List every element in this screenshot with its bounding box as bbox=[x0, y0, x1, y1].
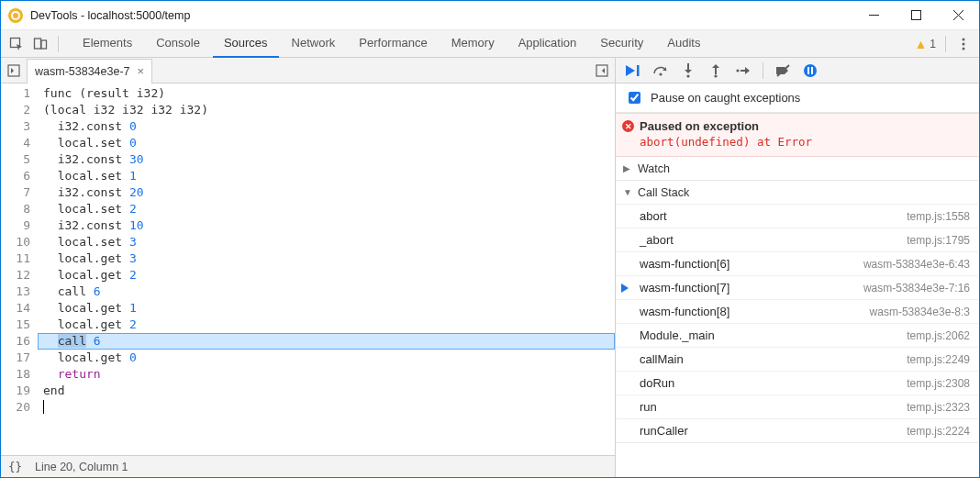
line-number[interactable]: 11 bbox=[1, 250, 30, 267]
panel-tab-memory[interactable]: Memory bbox=[440, 30, 506, 58]
code-line[interactable]: i32.const 0 bbox=[38, 118, 615, 135]
window-minimize-button[interactable] bbox=[852, 1, 895, 30]
line-number[interactable]: 18 bbox=[1, 366, 30, 383]
warning-count: 1 bbox=[930, 38, 936, 50]
callstack-frame[interactable]: doRuntemp.js:2308 bbox=[616, 371, 979, 395]
panel-tab-performance[interactable]: Performance bbox=[348, 30, 438, 58]
callstack-frame[interactable]: wasm-function[8]wasm-53834e3e-8:3 bbox=[616, 299, 979, 323]
cursor-position: Line 20, Column 1 bbox=[35, 461, 128, 473]
deactivate-breakpoints-button[interactable] bbox=[771, 59, 795, 83]
svg-rect-22 bbox=[807, 67, 809, 74]
file-tab[interactable]: wasm-53834e3e-7 × bbox=[27, 59, 152, 83]
panel-tab-application[interactable]: Application bbox=[507, 30, 588, 58]
step-out-button[interactable] bbox=[704, 59, 728, 83]
code-line[interactable]: call 6 bbox=[38, 333, 615, 350]
line-number[interactable]: 9 bbox=[1, 217, 30, 234]
pause-exceptions-button[interactable] bbox=[798, 59, 822, 83]
error-icon: ✕ bbox=[622, 120, 634, 132]
code-line[interactable]: local.set 0 bbox=[38, 135, 615, 151]
code-line[interactable]: call 6 bbox=[38, 283, 615, 300]
code-line[interactable]: i32.const 20 bbox=[38, 184, 615, 201]
code-line[interactable]: local.get 2 bbox=[38, 267, 615, 283]
code-line[interactable]: local.get 2 bbox=[38, 317, 615, 333]
callstack-frame[interactable]: aborttemp.js:1558 bbox=[616, 204, 979, 228]
navigator-toggle-icon[interactable] bbox=[1, 58, 27, 83]
resume-button[interactable] bbox=[621, 59, 645, 83]
panel-tab-console[interactable]: Console bbox=[145, 30, 211, 58]
code-line[interactable]: local.get 0 bbox=[38, 350, 615, 366]
callstack-frame[interactable]: wasm-function[6]wasm-53834e3e-6:43 bbox=[616, 251, 979, 275]
line-number[interactable]: 15 bbox=[1, 317, 30, 333]
line-number[interactable]: 19 bbox=[1, 383, 30, 399]
line-number[interactable]: 14 bbox=[1, 300, 30, 317]
step-into-button[interactable] bbox=[676, 59, 700, 83]
code-line[interactable]: end bbox=[38, 383, 615, 399]
callstack-fn: _abort bbox=[640, 233, 674, 247]
line-number[interactable]: 17 bbox=[1, 350, 30, 366]
code-line[interactable]: i32.const 10 bbox=[38, 217, 615, 234]
line-number[interactable]: 4 bbox=[1, 135, 30, 151]
callstack-frame[interactable]: runCallertemp.js:2224 bbox=[616, 418, 979, 442]
line-number[interactable]: 10 bbox=[1, 234, 30, 250]
line-number[interactable]: 7 bbox=[1, 184, 30, 201]
device-toolbar-icon[interactable] bbox=[28, 32, 52, 56]
pause-on-caught-row: Pause on caught exceptions bbox=[616, 83, 979, 113]
code-line[interactable]: local.get 1 bbox=[38, 300, 615, 317]
callstack-frame[interactable]: _aborttemp.js:1795 bbox=[616, 228, 979, 251]
line-number[interactable]: 20 bbox=[1, 399, 30, 416]
window-maximize-button[interactable] bbox=[895, 1, 937, 30]
code-line[interactable] bbox=[38, 399, 615, 416]
panel-tab-network[interactable]: Network bbox=[281, 30, 347, 58]
line-number[interactable]: 6 bbox=[1, 168, 30, 184]
line-number[interactable]: 3 bbox=[1, 118, 30, 135]
line-number[interactable]: 1 bbox=[1, 85, 30, 102]
callstack-header[interactable]: ▼ Call Stack bbox=[616, 181, 979, 204]
line-number[interactable]: 8 bbox=[1, 201, 30, 217]
devtools-panel-tabs: ElementsConsoleSourcesNetworkPerformance… bbox=[1, 30, 979, 58]
window-title: DevTools - localhost:5000/temp bbox=[30, 9, 852, 22]
paused-detail: abort(undefined) at Error bbox=[640, 135, 970, 149]
file-tab-label: wasm-53834e3e-7 bbox=[35, 65, 130, 78]
code-line[interactable]: local.set 2 bbox=[38, 201, 615, 217]
callstack-location: temp.js:2323 bbox=[907, 401, 970, 414]
line-number[interactable]: 2 bbox=[1, 102, 30, 118]
line-number[interactable]: 5 bbox=[1, 151, 30, 168]
code-line[interactable]: local.set 3 bbox=[38, 234, 615, 250]
panel-tab-sources[interactable]: Sources bbox=[213, 30, 279, 58]
callstack-frame[interactable]: callMaintemp.js:2249 bbox=[616, 347, 979, 371]
step-button[interactable] bbox=[731, 59, 755, 83]
panel-tab-security[interactable]: Security bbox=[589, 30, 654, 58]
code-line[interactable]: local.set 1 bbox=[38, 168, 615, 184]
inspect-element-icon[interactable] bbox=[5, 32, 28, 56]
line-number[interactable]: 16 bbox=[1, 333, 30, 350]
watch-header[interactable]: ▶ Watch bbox=[616, 157, 979, 180]
svg-point-18 bbox=[736, 69, 739, 72]
callstack-frame[interactable]: Module._maintemp.js:2062 bbox=[616, 323, 979, 347]
braces-icon[interactable]: {} bbox=[8, 460, 22, 473]
line-number[interactable]: 12 bbox=[1, 267, 30, 283]
callstack-location: wasm-53834e3e-8:3 bbox=[870, 306, 970, 318]
panel-tab-elements[interactable]: Elements bbox=[72, 30, 143, 58]
debugger-toggle-icon[interactable] bbox=[589, 58, 615, 83]
code-line[interactable]: (local i32 i32 i32 i32) bbox=[38, 102, 615, 118]
kebab-menu-icon[interactable] bbox=[952, 32, 975, 56]
svg-rect-14 bbox=[687, 63, 689, 71]
code-line[interactable]: func (result i32) bbox=[38, 85, 615, 102]
separator bbox=[58, 36, 59, 52]
step-over-button[interactable] bbox=[649, 59, 673, 83]
panel-tab-audits[interactable]: Audits bbox=[656, 30, 711, 58]
callstack-frame[interactable]: runtemp.js:2323 bbox=[616, 395, 979, 418]
code-line[interactable]: return bbox=[38, 366, 615, 383]
callstack-fn: wasm-function[7] bbox=[640, 281, 729, 295]
code-editor[interactable]: 1234567891011121314151617181920 func (re… bbox=[1, 83, 615, 455]
warning-triangle-icon: ▲ bbox=[914, 37, 927, 51]
close-tab-icon[interactable]: × bbox=[138, 64, 145, 78]
callstack-frame[interactable]: wasm-function[7]wasm-53834e3e-7:16 bbox=[616, 275, 979, 299]
pause-on-caught-checkbox[interactable] bbox=[629, 92, 640, 104]
window-close-button[interactable] bbox=[937, 1, 979, 30]
callstack-location: temp.js:2308 bbox=[907, 377, 970, 390]
warnings-indicator[interactable]: ▲ 1 bbox=[914, 37, 936, 51]
code-line[interactable]: i32.const 30 bbox=[38, 151, 615, 168]
code-line[interactable]: local.get 3 bbox=[38, 250, 615, 267]
line-number[interactable]: 13 bbox=[1, 283, 30, 300]
